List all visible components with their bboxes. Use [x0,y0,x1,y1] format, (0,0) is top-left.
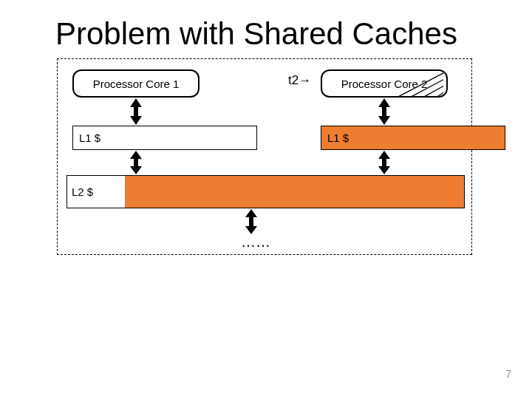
processor-core-1: Processor Core 1 [72,69,200,98]
svg-line-3 [437,92,443,97]
l1-left-label: L1 $ [79,132,100,144]
svg-line-0 [398,73,444,97]
svg-marker-4 [130,98,142,125]
svg-marker-8 [245,209,257,234]
arrow-core2-l1 [378,98,391,125]
t2-annotation: t2→ [288,73,311,88]
l1-cache-left: L1 $ [72,126,257,150]
processor-core-2: Processor Core 2 [321,69,448,98]
svg-marker-5 [378,98,390,125]
arrow-l2-memory [245,209,258,234]
svg-line-1 [411,80,443,97]
l2-cache: L2 $ [66,175,465,208]
core-1-label: Processor Core 1 [93,78,180,90]
arrow-l1left-l2 [129,151,143,174]
core-2-diagonal-fill [322,71,446,98]
slide-title: Problem with Shared Caches [55,16,457,52]
arrow-core1-l1 [129,98,143,125]
arrow-l1right-l2 [378,151,391,174]
l1-right-label: L1 $ [327,132,349,144]
svg-line-2 [424,86,443,98]
page-number: 7 [505,368,511,380]
l1-cache-right: L1 $ [321,126,505,150]
svg-marker-6 [130,151,142,174]
svg-marker-7 [378,151,390,174]
l2-label: L2 $ [67,176,125,208]
memory-ellipsis: …… [241,233,270,250]
l2-occupied-region [125,176,464,208]
